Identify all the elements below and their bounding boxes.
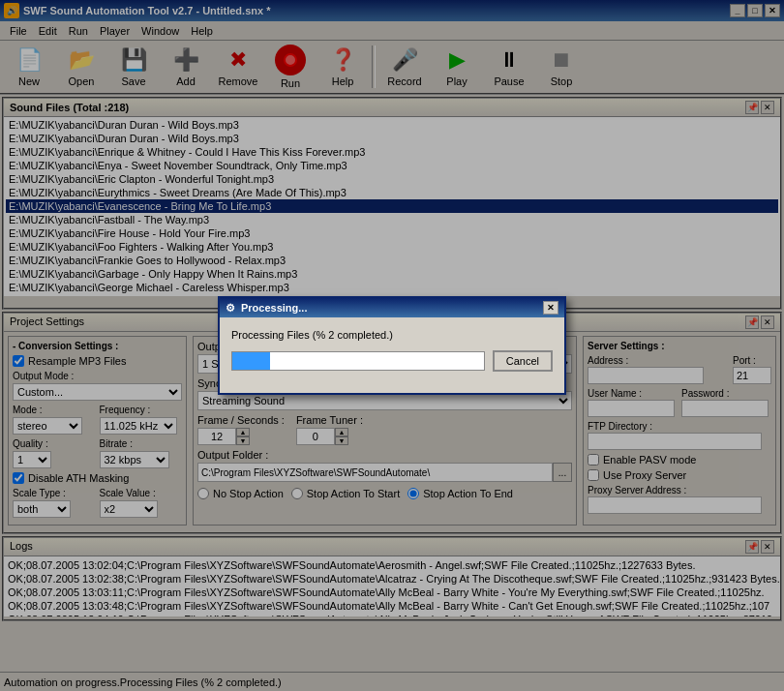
cancel-button[interactable]: Cancel	[493, 350, 553, 372]
modal-bar-row: Cancel	[231, 350, 553, 372]
modal-overlay: ⚙ Processing... ✕ Processing Files (% 2 …	[0, 0, 784, 691]
progress-bar-fill	[232, 352, 270, 370]
modal-progress-row: Processing Files (% 2 completed.)	[231, 329, 553, 341]
modal-title: Processing...	[241, 302, 307, 314]
main-wrapper: 🔊 SWF Sound Automation Tool v2.7 - Untit…	[0, 0, 784, 691]
modal-close-button[interactable]: ✕	[543, 301, 558, 315]
processing-dialog: ⚙ Processing... ✕ Processing Files (% 2 …	[218, 296, 566, 395]
progress-label: Processing Files (% 2 completed.)	[231, 329, 393, 341]
modal-title-bar: ⚙ Processing... ✕	[220, 298, 564, 317]
progress-bar-container	[231, 351, 485, 371]
modal-content: Processing Files (% 2 completed.) Cancel	[220, 317, 564, 393]
modal-icon: ⚙	[226, 302, 235, 315]
